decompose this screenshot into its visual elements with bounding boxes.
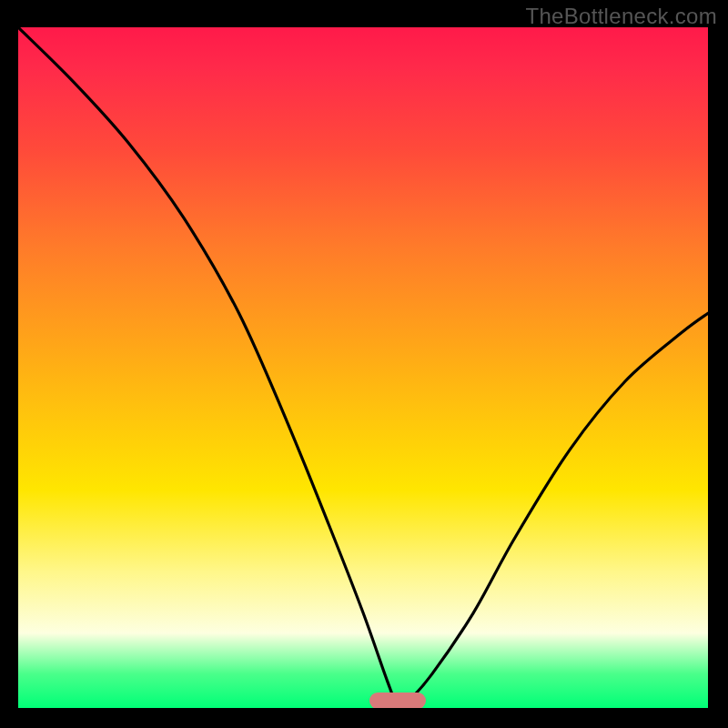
bottleneck-curve [18, 27, 708, 708]
watermark-text: TheBottleneck.com [525, 4, 717, 29]
plot-area [18, 27, 708, 708]
optimum-marker [369, 693, 426, 708]
chart-frame: TheBottleneck.com [0, 0, 728, 728]
